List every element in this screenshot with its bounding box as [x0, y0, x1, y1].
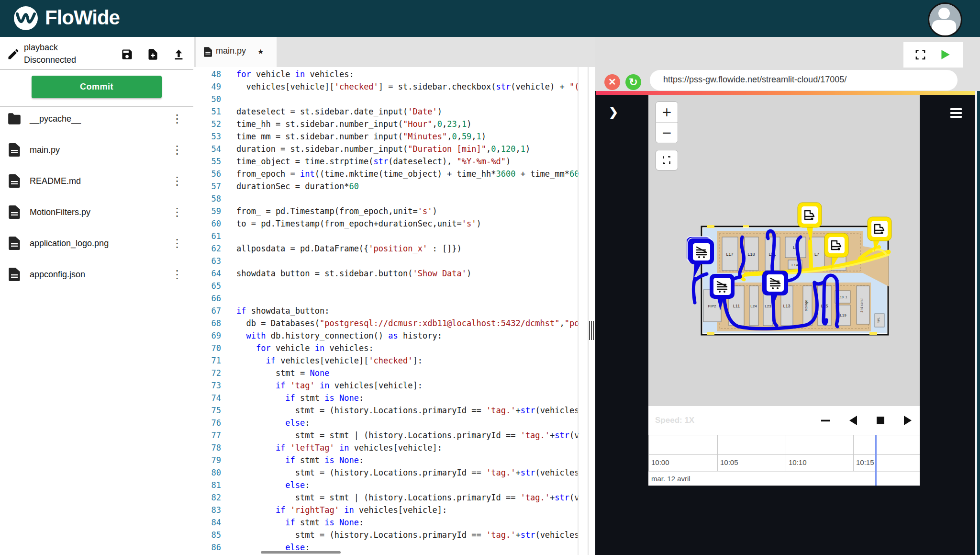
folder-icon — [8, 113, 21, 125]
file-name: application_logo.png — [30, 238, 109, 249]
code-lines[interactable]: 48for vehicle in vehicles:49 vehicles[ve… — [194, 68, 588, 555]
code-line: 57durationSec = duration*60 — [194, 180, 588, 193]
timeline-tick: 10:10 — [789, 458, 807, 466]
upload-icon[interactable] — [172, 48, 185, 61]
file-icon — [204, 47, 212, 57]
file-row-application-logo[interactable]: application_logo.png ⋮ — [0, 229, 193, 260]
project-name: playback — [24, 43, 58, 53]
tab-main-py[interactable]: main.py ★ — [196, 37, 277, 67]
code-line: 63 — [194, 255, 588, 267]
code-line: 80 stmt = (history.Locations.primaryId =… — [194, 466, 588, 479]
warehouse-map[interactable]: L17 L18 L21 L4 L14 L7 5 FIP2 L11 L24 L23… — [687, 201, 894, 341]
file-row-main-py[interactable]: main.py ⋮ — [0, 136, 193, 167]
zoom-in-button[interactable]: + — [656, 102, 678, 122]
file-row-appconfig[interactable]: appconfig.json ⋮ — [0, 260, 193, 291]
code-line: 82 stmt = stmt | (history.Locations.prim… — [194, 491, 588, 504]
horizontal-scrollbar[interactable] — [261, 551, 341, 554]
code-line: 64showdata_button = st.sidebar.button('S… — [194, 267, 588, 280]
sidebar-expand-chevron-icon[interactable]: ❯ — [609, 105, 618, 119]
file-menu-kebab-icon[interactable]: ⋮ — [171, 268, 183, 281]
svg-text:L13: L13 — [783, 304, 790, 308]
run-play-icon[interactable] — [939, 48, 951, 61]
code-line: 53time_mm = st.sidebar.number_input("Min… — [194, 130, 588, 143]
file-icon — [9, 205, 20, 219]
save-icon[interactable] — [121, 48, 134, 61]
svg-text:L11: L11 — [733, 304, 740, 308]
svg-text:L17: L17 — [726, 252, 733, 257]
map-zoom-controls: + − — [656, 102, 678, 143]
file-icon — [9, 174, 20, 188]
preview-url-bar[interactable]: https://pss-gw.flowide.net/streamlit-clo… — [650, 70, 958, 91]
slower-minus-icon[interactable] — [820, 415, 831, 426]
file-name: README.md — [30, 176, 81, 186]
stop-icon[interactable] — [875, 415, 886, 426]
svg-text:FIP1: FIP1 — [877, 317, 880, 323]
code-line: 56from_epoch = int((time.mktime(time_obj… — [194, 168, 588, 180]
code-line: 65 — [194, 280, 588, 292]
zoom-out-button[interactable]: − — [656, 123, 678, 143]
editor-scrollbar-track[interactable] — [578, 67, 579, 555]
app-window: FloWide playback Disconnected Commit — [0, 0, 980, 555]
step-back-icon[interactable] — [847, 415, 859, 426]
code-line: 59from_ = pd.Timestamp(from_epoch,unit='… — [194, 205, 588, 217]
code-line: 83 if 'rightTag' in vehicles[vehicle]: — [194, 504, 588, 516]
playback-controls: Speed: 1X — [648, 406, 920, 435]
file-row-readme[interactable]: README.md ⋮ — [0, 167, 193, 198]
code-line: 69 with db.history_connection() as histo… — [194, 329, 588, 342]
sidebar-divider — [0, 69, 193, 70]
code-line: 68 db = Databases("postgresql://dcmusr:x… — [194, 317, 588, 329]
code-line: 74 if stmt is None: — [194, 392, 588, 404]
preview-url: https://pss-gw.flowide.net/streamlit-clo… — [663, 75, 846, 85]
code-line: 60to = pd.Timestamp(from_epoch+durationS… — [194, 217, 588, 230]
code-line: 66 — [194, 292, 588, 305]
file-row-motionfilters[interactable]: MotionFilters.py ⋮ — [0, 198, 193, 229]
file-icon — [9, 143, 20, 157]
user-avatar[interactable] — [928, 2, 962, 37]
stop-preview-button[interactable]: ✕ — [604, 74, 620, 90]
splitter-drag-handle[interactable] — [589, 321, 594, 342]
timeline-scrubber[interactable]: 10:00 10:05 10:10 10:15 mar. 12 avril — [648, 435, 920, 486]
svg-text:L24: L24 — [750, 304, 757, 308]
commit-button[interactable]: Commit — [32, 76, 162, 98]
app-menu-hamburger-icon[interactable] — [950, 108, 962, 120]
new-file-icon[interactable] — [146, 48, 159, 61]
code-line: 84 if stmt is None: — [194, 516, 588, 529]
code-line: 76 else: — [194, 417, 588, 429]
top-header: FloWide — [0, 0, 980, 37]
code-line: 75 stmt = (history.Locations.primaryId =… — [194, 404, 588, 417]
run-controls-box — [903, 42, 963, 68]
code-line: 73 if 'tag' in vehicles[vehicle]: — [194, 379, 588, 392]
timeline-tick: 10:00 — [651, 458, 669, 466]
map-fullscreen-button[interactable] — [656, 150, 678, 170]
fullscreen-icon[interactable] — [915, 49, 926, 60]
code-line: 54duration = st.sidebar.number_input("Du… — [194, 143, 588, 155]
fullscreen-corners-icon — [662, 156, 671, 164]
file-icon — [9, 237, 20, 250]
timeline-tick: 10:15 — [856, 458, 874, 466]
code-line: 58 — [194, 193, 588, 205]
svg-text:L7: L7 — [814, 252, 819, 257]
frame-right-edge — [977, 91, 980, 555]
avatar-person-icon — [938, 8, 950, 19]
file-menu-kebab-icon[interactable]: ⋮ — [171, 205, 183, 219]
code-line: 50 — [194, 93, 588, 105]
code-line: 51dateselect = st.sidebar.date_input('Da… — [194, 105, 588, 118]
timeline-date: mar. 12 avril — [651, 475, 690, 483]
code-line: 86 else: — [194, 541, 588, 554]
svg-text:FIP2: FIP2 — [708, 304, 716, 308]
file-row-pycache[interactable]: __pycache__ ⋮ — [0, 104, 193, 136]
code-line: 62allposdata = pd.DataFrame({'position_x… — [194, 242, 588, 255]
svg-text:L18: L18 — [747, 252, 755, 257]
pane-divider — [588, 67, 589, 555]
code-line: 77 stmt = stmt | (history.Locations.prim… — [194, 429, 588, 442]
code-line: 71 if vehicles[vehicle]['checked']: — [194, 354, 588, 367]
file-menu-kebab-icon[interactable]: ⋮ — [171, 112, 183, 125]
play-forward-icon[interactable] — [902, 415, 913, 426]
svg-text:L19: L19 — [840, 313, 846, 317]
file-menu-kebab-icon[interactable]: ⋮ — [171, 143, 183, 157]
file-menu-kebab-icon[interactable]: ⋮ — [171, 174, 183, 188]
svg-text:storage: storage — [804, 300, 808, 311]
file-menu-kebab-icon[interactable]: ⋮ — [171, 237, 183, 250]
refresh-preview-button[interactable]: ↻ — [625, 74, 641, 90]
timeline-playhead[interactable] — [875, 435, 877, 486]
